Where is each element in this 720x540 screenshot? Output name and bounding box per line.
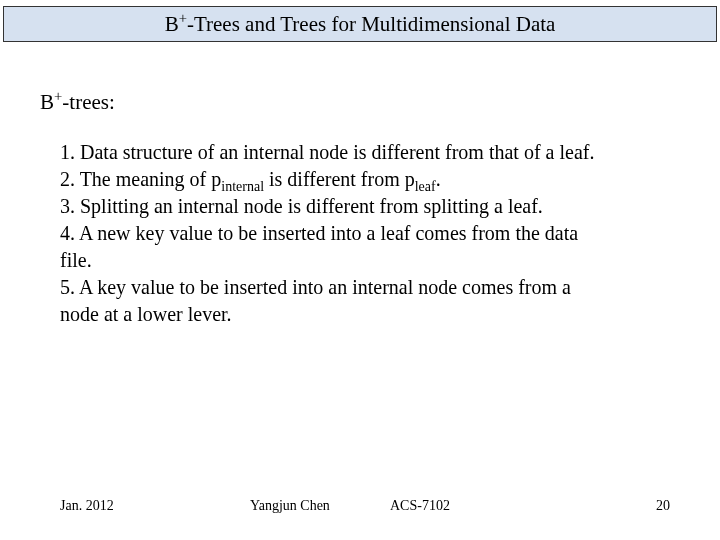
bullet-list: 1. Data structure of an internal node is… — [60, 139, 690, 328]
title-prefix: B — [165, 12, 179, 36]
title-sup: + — [179, 10, 187, 26]
title-bar: B+-Trees and Trees for Multidimensional … — [3, 6, 717, 42]
list-item: 5. A key value to be inserted into an in… — [60, 274, 690, 301]
slide: B+-Trees and Trees for Multidimensional … — [0, 0, 720, 540]
subheading-prefix: B — [40, 90, 54, 114]
item2-a: 2. The meaning of p — [60, 168, 221, 190]
item2-b: is different from p — [264, 168, 415, 190]
subheading-rest: -trees: — [62, 90, 114, 114]
list-item-cont: node at a lower lever. — [60, 301, 690, 328]
item2-sub2: leaf — [415, 179, 436, 194]
list-item: 2. The meaning of pinternal is different… — [60, 166, 690, 193]
footer-date: Jan. 2012 — [60, 498, 114, 514]
item2-c: . — [436, 168, 441, 190]
list-item-cont: file. — [60, 247, 690, 274]
subheading: B+-trees: — [40, 90, 690, 115]
page-title: B+-Trees and Trees for Multidimensional … — [165, 12, 556, 37]
footer-course: ACS-7102 — [390, 498, 450, 514]
title-rest: -Trees and Trees for Multidimensional Da… — [187, 12, 555, 36]
footer: Jan. 2012 Yangjun Chen ACS-7102 20 — [0, 498, 720, 518]
footer-page: 20 — [656, 498, 670, 514]
list-item: 1. Data structure of an internal node is… — [60, 139, 690, 166]
item2-sub1: internal — [221, 179, 264, 194]
slide-body: B+-trees: 1. Data structure of an intern… — [40, 90, 690, 328]
list-item: 3. Splitting an internal node is differe… — [60, 193, 690, 220]
footer-author: Yangjun Chen — [250, 498, 330, 514]
list-item: 4. A new key value to be inserted into a… — [60, 220, 690, 247]
